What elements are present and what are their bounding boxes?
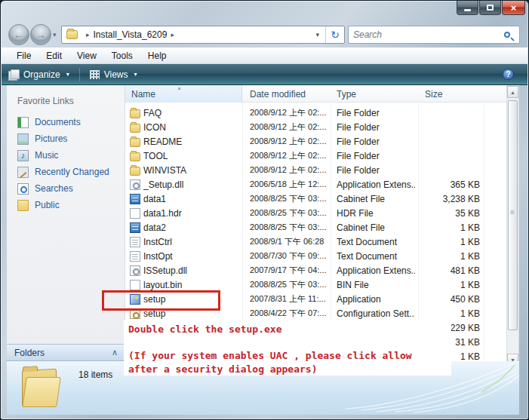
forward-button[interactable]: → [30, 24, 51, 45]
views-button[interactable]: Views ▾ [83, 67, 144, 82]
file-size [412, 106, 480, 120]
text-document-icon [130, 237, 140, 247]
search-icon[interactable] [504, 32, 510, 38]
file-date-modified: 2008/4/22 下午 07:... [250, 306, 330, 320]
file-type: Cabinet File [337, 192, 415, 206]
file-size [412, 149, 480, 163]
table-row[interactable]: InstOpt2008/7/30 下午 09:...Text Document1… [125, 249, 506, 263]
file-type: Configuration Sett... [337, 306, 415, 320]
folders-button[interactable]: Folders ∧ [7, 344, 125, 361]
sidebar-item-label: Recently Changed [35, 167, 109, 177]
breadcrumb-arrow-icon[interactable]: ▸ [167, 31, 178, 38]
column-header-size[interactable]: Size [425, 85, 478, 103]
file-type: Cabinet File [337, 220, 415, 235]
recently-changed-icon [17, 167, 29, 178]
music-icon: ♪ [17, 150, 29, 161]
file-name: FAQ [143, 106, 241, 120]
file-size [412, 163, 480, 177]
text-document-icon [130, 251, 140, 262]
file-date-modified: 2007/8/31 上午 11:... [250, 292, 330, 306]
scrollbar-thumb[interactable] [508, 100, 518, 330]
searches-icon [17, 183, 29, 195]
column-headers: Name ▲ Date modified Type Size [125, 85, 506, 103]
sidebar-item-documents[interactable]: Documents [7, 114, 125, 130]
menu-item-file[interactable]: File [9, 49, 38, 63]
folder-icon [130, 152, 140, 161]
sidebar-item-music[interactable]: ♪Music [7, 147, 125, 164]
history-dropdown[interactable]: ▾ [53, 31, 57, 38]
help-button[interactable]: ? [503, 69, 514, 80]
table-row[interactable]: _Setup.dll2006/5/18 上午 12:...Application… [125, 177, 506, 192]
file-size [412, 120, 480, 134]
organize-icon [8, 69, 19, 79]
sidebar-item-pictures[interactable]: Pictures [7, 130, 125, 147]
pictures-icon [17, 133, 29, 145]
breadcrumb-path[interactable]: Install_Vista_6209 [94, 29, 168, 40]
vertical-scrollbar[interactable]: ▲ ▼ [506, 85, 519, 366]
file-type: Application Extens... [337, 263, 415, 277]
minimize-button[interactable] [457, 1, 478, 15]
column-header-name[interactable]: Name [125, 85, 242, 103]
public-folder-icon [17, 200, 29, 211]
scroll-up-icon[interactable]: ▲ [507, 86, 518, 98]
views-icon [90, 70, 100, 79]
file-type: Text Document [337, 249, 415, 263]
command-toolbar: Organize ▾ Views ▾ ? [2, 64, 527, 85]
file-size: 365 KB [412, 177, 480, 192]
address-bar[interactable]: ▸ Install_Vista_6209 ▸ ▾ ↻ [61, 26, 345, 44]
toolbar-separator [79, 68, 80, 81]
items-count: 18 items [78, 369, 112, 380]
file-date-modified: 2006/5/18 上午 12:... [250, 177, 330, 192]
close-button[interactable]: × [502, 1, 525, 15]
table-row[interactable]: WINVISTA2008/9/12 上午 02:...File Folder [125, 163, 506, 177]
table-row[interactable]: InstCtrl2008/9/1 下午 06:28Text Document1 … [125, 235, 506, 249]
chevron-down-icon: ▾ [134, 71, 137, 78]
sidebar-item-label: Public [35, 200, 60, 210]
application-extension-icon [130, 179, 140, 190]
folder-icon [66, 30, 78, 39]
cabinet-file-icon [130, 222, 140, 233]
file-size: 35 KB [412, 206, 480, 220]
address-dropdown-icon[interactable]: ▾ [309, 31, 325, 38]
table-row[interactable]: data22008/8/25 下午 03:...Cabinet File1 KB [125, 220, 506, 235]
search-input[interactable] [349, 29, 504, 40]
file-type: File Folder [337, 163, 415, 177]
file-type: Text Document [337, 235, 415, 249]
table-row[interactable]: ISSetup.dll2007/9/17 下午 04:...Applicatio… [125, 263, 506, 277]
file-date-modified: 2008/9/12 上午 02:... [250, 134, 330, 149]
menu-item-help[interactable]: Help [140, 49, 174, 63]
table-row[interactable]: TOOL2008/9/12 上午 02:...File Folder [125, 149, 506, 163]
folder-icon [130, 138, 140, 147]
file-size: 481 KB [412, 263, 480, 277]
file-name: TOOL [143, 149, 241, 163]
column-header-date-modified[interactable]: Date modified [250, 85, 325, 103]
table-row[interactable]: data12008/8/25 下午 03:...Cabinet File3,23… [125, 192, 506, 206]
views-label: Views [104, 69, 128, 80]
file-date-modified: 2008/7/30 下午 09:... [250, 249, 330, 263]
table-row[interactable]: data1.hdr2008/8/25 下午 03:...HDR File35 K… [125, 206, 506, 220]
file-name: InstOpt [143, 249, 241, 263]
sidebar-item-searches[interactable]: Searches [7, 180, 125, 197]
organize-button[interactable]: Organize ▾ [2, 67, 76, 82]
table-row[interactable]: ICON2008/9/12 上午 02:...File Folder [125, 120, 506, 134]
window-controls: × [457, 1, 526, 16]
breadcrumb-arrow-icon[interactable]: ▸ [82, 31, 94, 38]
menu-item-edit[interactable]: Edit [38, 49, 69, 63]
file-name: ISSetup.dll [143, 263, 241, 277]
file-date-modified: 2008/9/12 上午 02:... [250, 149, 330, 163]
column-header-type[interactable]: Type [337, 85, 412, 103]
table-row[interactable]: README2008/9/12 上午 02:...File Folder [125, 134, 506, 149]
file-date-modified: 2008/8/25 下午 03:... [250, 206, 330, 220]
table-row[interactable]: FAQ2008/9/12 上午 02:...File Folder [125, 106, 506, 120]
annotation-line: (If your system enables UAC , please cli… [128, 350, 412, 361]
sidebar-item-public[interactable]: Public [7, 197, 125, 213]
back-button[interactable]: ← [8, 24, 29, 45]
file-name: WINVISTA [143, 163, 241, 177]
menu-item-tools[interactable]: Tools [104, 49, 140, 63]
folder-icon [130, 124, 140, 133]
refresh-button[interactable]: ↻ [325, 26, 344, 43]
documents-icon [17, 117, 29, 128]
sidebar-item-recently-changed[interactable]: Recently Changed [7, 164, 125, 180]
menu-item-view[interactable]: View [69, 49, 104, 63]
maximize-button[interactable] [479, 1, 501, 15]
